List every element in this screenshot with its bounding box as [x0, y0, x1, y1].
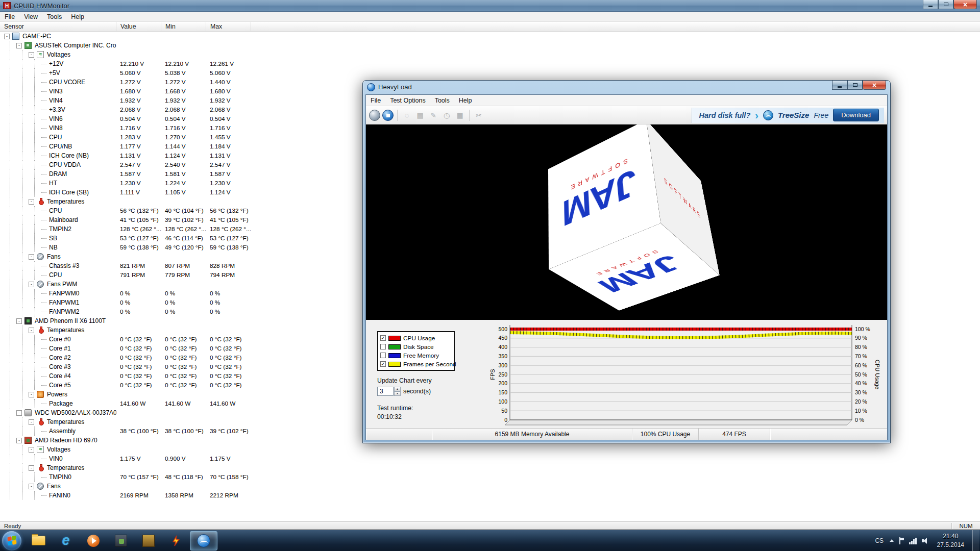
tools-icon[interactable]: ✂ — [473, 110, 484, 121]
hwmonitor-titlebar[interactable]: H CPUID HWMonitor × — [0, 0, 980, 12]
tree-collapse-box[interactable]: - — [29, 392, 34, 397]
legend-color-swatch — [388, 353, 401, 358]
heavyload-minimize-button[interactable] — [832, 81, 847, 90]
taskbar-internet-explorer[interactable]: e — [52, 531, 80, 550]
sensor-row[interactable]: FANIN02169 RPM1358 RPM2212 RPM — [0, 491, 980, 500]
hwmonitor-minimize-button[interactable] — [923, 0, 938, 9]
tree-guide — [4, 270, 16, 280]
tree-guide — [4, 261, 16, 270]
tree-collapse-box[interactable]: - — [29, 282, 34, 287]
tray-chevron-icon[interactable] — [890, 539, 894, 542]
sensor-value: 0 % — [116, 308, 161, 315]
tree-collapse-box[interactable]: - — [29, 419, 34, 425]
sensor-min: 1.105 V — [161, 189, 206, 196]
treesize-brand-link[interactable]: TreeSize — [778, 111, 809, 119]
sensor-row[interactable]: VIN01.175 V0.900 V1.175 V — [0, 454, 980, 463]
legend-checkbox[interactable] — [380, 353, 386, 358]
tree-connector — [41, 307, 49, 316]
heavyload-titlebar[interactable]: HeavyLoad × — [365, 81, 888, 94]
taskbar-media-player[interactable] — [80, 531, 107, 550]
taskbar-heavyload-active[interactable] — [190, 531, 217, 550]
tree-collapse-box[interactable]: - — [29, 52, 34, 58]
sensor-row[interactable]: TMPIN070 °C (157 °F)48 °C (118 °F)70 °C … — [0, 472, 980, 482]
tree-collapse-box[interactable]: - — [29, 328, 34, 333]
sensor-row[interactable]: -ASUSTeK Computer INC. Cro... — [0, 41, 980, 50]
tree-collapse-box[interactable]: - — [4, 34, 10, 39]
hwmonitor-menu-file[interactable]: File — [0, 12, 19, 21]
start-button[interactable] — [2, 531, 21, 550]
spinner-up-button[interactable]: ▲ — [394, 387, 401, 391]
tree-connector — [41, 261, 49, 270]
heavyload-menu-tools[interactable]: Tools — [430, 95, 454, 106]
tree-collapse-box[interactable]: - — [29, 199, 34, 205]
taskbar-game-2[interactable] — [135, 531, 162, 550]
tree-guide — [29, 68, 41, 78]
sensor-row[interactable]: -Voltages — [0, 50, 980, 59]
tree-collapse-box[interactable]: - — [29, 254, 34, 260]
tree-guide — [29, 307, 41, 316]
heavyload-maximize-button[interactable] — [847, 81, 863, 90]
tree-collapse-box[interactable]: - — [16, 438, 22, 443]
hwmonitor-menu-tools[interactable]: Tools — [42, 12, 66, 21]
sensor-row[interactable]: -Voltages — [0, 445, 980, 454]
clock[interactable]: 21:40 27.5.2014 — [934, 532, 967, 548]
tree-collapse-box[interactable]: - — [29, 484, 34, 489]
column-header-value[interactable]: Value — [116, 22, 161, 31]
column-header-sensor[interactable]: Sensor — [0, 22, 116, 31]
disk-write-icon[interactable]: ▤ — [414, 110, 426, 121]
timer-icon[interactable]: ◷ — [441, 110, 452, 121]
update-interval-input[interactable] — [377, 387, 394, 396]
voltage-icon — [37, 51, 44, 58]
jam-cube: JAM SOFTWARE JAM SOFTWARE SOFTWARE — [573, 162, 691, 280]
sensor-row[interactable]: -Fans — [0, 482, 980, 491]
hwmonitor-close-button[interactable]: × — [953, 0, 977, 9]
sensor-label: Temperatures — [47, 327, 84, 334]
tree-guide — [29, 399, 41, 408]
legend-checkbox[interactable]: ✓ — [380, 335, 386, 341]
volume-icon[interactable] — [922, 537, 929, 544]
sensor-max: 1.587 V — [206, 170, 251, 178]
sensor-row[interactable]: +5V5.060 V5.038 V5.060 V — [0, 68, 980, 78]
tree-guide — [29, 381, 41, 390]
legend-color-swatch — [388, 336, 401, 341]
column-header-min[interactable]: Min — [161, 22, 206, 31]
start-test-button[interactable] — [369, 110, 380, 121]
language-indicator[interactable]: CS — [874, 537, 885, 544]
taskbar-lightning-app[interactable] — [162, 531, 190, 550]
taskbar-windows-explorer[interactable] — [24, 531, 52, 550]
tree-guide — [29, 472, 41, 482]
tree-collapse-box[interactable]: - — [29, 447, 34, 453]
edit-icon[interactable]: ✎ — [428, 110, 439, 121]
network-icon[interactable] — [909, 537, 917, 544]
tree-collapse-box[interactable]: - — [16, 43, 22, 48]
sensor-row[interactable]: -GAME-PC — [0, 32, 980, 41]
heavyload-menu-file[interactable]: File — [366, 95, 385, 106]
hwmonitor-menu-help[interactable]: Help — [66, 12, 89, 21]
tree-collapse-box[interactable]: - — [29, 465, 34, 471]
taskbar-game-1[interactable] — [107, 531, 135, 550]
sensor-row[interactable]: -Temperatures — [0, 463, 980, 472]
tree-connector — [41, 472, 49, 482]
cpu-icon — [24, 317, 32, 324]
heavyload-menu-help[interactable]: Help — [454, 95, 477, 106]
action-center-icon[interactable] — [899, 537, 904, 544]
memory-grid-icon[interactable]: ▦ — [454, 110, 465, 121]
stop-test-button[interactable] — [382, 110, 394, 121]
sensor-label: NB — [49, 244, 58, 251]
tree-collapse-box[interactable]: - — [16, 410, 22, 416]
hwmonitor-menu-view[interactable]: View — [19, 12, 42, 21]
column-header-max[interactable]: Max — [206, 22, 251, 31]
burn-cd-icon[interactable]: ◌ — [401, 110, 412, 121]
spinner-down-button[interactable]: ▼ — [394, 391, 401, 396]
heavyload-close-button[interactable]: × — [863, 81, 886, 90]
sensor-min: 0.504 V — [161, 115, 206, 122]
sensor-row[interactable]: +12V12.210 V12.210 V12.261 V — [0, 59, 980, 68]
download-button[interactable]: Download — [833, 109, 879, 121]
show-desktop-button[interactable] — [972, 530, 979, 551]
hwmonitor-maximize-button[interactable] — [938, 0, 953, 9]
tree-collapse-box[interactable]: - — [16, 318, 22, 324]
tree-connector — [41, 371, 49, 381]
legend-checkbox[interactable] — [380, 344, 386, 349]
legend-checkbox[interactable]: ✓ — [380, 361, 386, 367]
heavyload-menu-test-options[interactable]: Test Options — [385, 95, 430, 106]
